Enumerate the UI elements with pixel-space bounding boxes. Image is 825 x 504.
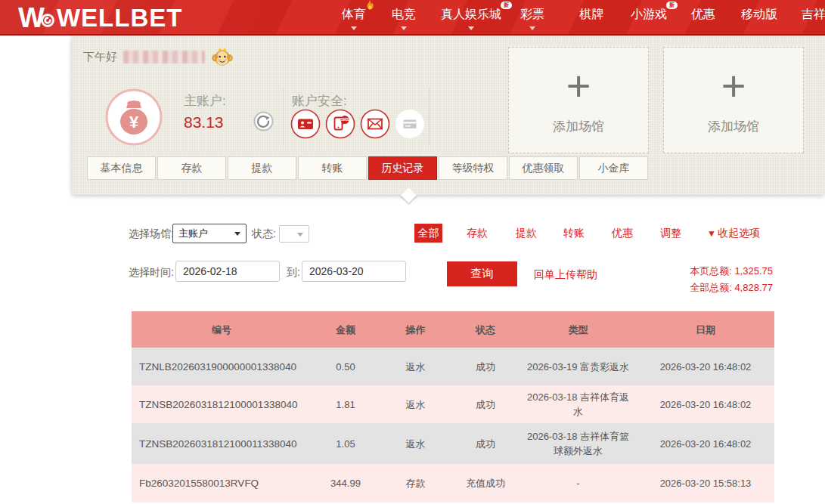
chevron-down-icon bbox=[401, 26, 407, 30]
chevron-down-icon bbox=[529, 26, 535, 30]
account-panel: 下午好 ¥ 主账户: 83.13 bbox=[72, 36, 825, 195]
cell-status: 成功 bbox=[451, 360, 520, 374]
cell-operation: 返水 bbox=[380, 437, 451, 451]
cell-id: TZNLB2026031900000001338040 bbox=[132, 360, 312, 374]
nav-item-jixiang[interactable]: 吉祥 bbox=[802, 7, 825, 23]
cell-status: 充值成功 bbox=[451, 476, 520, 490]
logo-spiral-icon bbox=[40, 13, 55, 28]
date-from-input[interactable] bbox=[175, 261, 280, 282]
yuan-symbol: ¥ bbox=[129, 113, 139, 131]
triangle-down-icon: ▼ bbox=[707, 228, 716, 239]
nav-item-label: 电竞 bbox=[392, 8, 416, 20]
col-header-amount: 金额 bbox=[312, 323, 380, 337]
cell-status: 成功 bbox=[451, 397, 520, 412]
cell-operation: 返水 bbox=[380, 360, 451, 374]
col-header-type: 类型 bbox=[520, 323, 637, 337]
flame-icon bbox=[363, 0, 375, 16]
monkey-avatar bbox=[211, 45, 234, 68]
col-header-date: 日期 bbox=[637, 323, 774, 337]
divider bbox=[283, 88, 284, 145]
cell-amount: 0.50 bbox=[312, 360, 380, 374]
add-venue-card[interactable]: + 添加场馆 bbox=[508, 47, 649, 153]
venue-select-label: 选择场馆: bbox=[129, 227, 174, 241]
cell-amount: 1.05 bbox=[312, 437, 380, 451]
filter-type-withdraw[interactable]: 提款 bbox=[516, 227, 537, 240]
top-navbar: W WELLBET 体育 电竞 新 真人娱乐城 bbox=[0, 0, 825, 36]
status-select[interactable] bbox=[279, 225, 309, 243]
nav-item-label: 小游戏 bbox=[631, 8, 667, 20]
query-button[interactable]: 查询 bbox=[447, 261, 517, 286]
nav-item-mobile[interactable]: 移动版 bbox=[741, 7, 777, 23]
tab-transfer[interactable]: 转账 bbox=[298, 156, 367, 180]
main-account-label: 主账户: bbox=[184, 92, 226, 110]
logo-text: WELLBET bbox=[57, 4, 182, 32]
plus-icon: + bbox=[721, 65, 746, 107]
table-row: TZNSB2026031812100001338040 1.81 返水 成功 2… bbox=[132, 385, 774, 423]
security-icons-row: SMS bbox=[290, 109, 425, 142]
cell-amount: 344.99 bbox=[312, 476, 380, 490]
cell-date: 2026-03-20 16:48:02 bbox=[637, 397, 774, 412]
id-card-icon[interactable] bbox=[290, 109, 321, 142]
sms-badge-text: SMS bbox=[341, 118, 349, 122]
username-redacted bbox=[123, 51, 205, 63]
nav-item-lottery[interactable]: 彩票 bbox=[520, 7, 544, 30]
receipt-upload-help-link[interactable]: 回单上传帮助 bbox=[534, 268, 597, 282]
filter-type-promo[interactable]: 优惠 bbox=[612, 227, 633, 240]
nav-item-mini-games[interactable]: 新 小游戏 bbox=[631, 7, 667, 23]
refresh-balance-button[interactable] bbox=[253, 111, 274, 135]
chevron-down-icon bbox=[351, 26, 357, 30]
filter-type-adjust[interactable]: 调整 bbox=[660, 227, 681, 240]
cell-status: 成功 bbox=[451, 437, 520, 451]
add-venue-card[interactable]: + 添加场馆 bbox=[663, 47, 804, 153]
collapse-options-label: 收起选项 bbox=[718, 227, 760, 239]
cell-type: 2026-03-19 富贵彩返水 bbox=[520, 360, 637, 374]
nav-item-board-games[interactable]: 棋牌 bbox=[579, 7, 603, 23]
cell-date: 2026-03-20 15:58:13 bbox=[637, 476, 774, 490]
mail-icon[interactable] bbox=[360, 109, 390, 142]
filter-type-transfer[interactable]: 转账 bbox=[563, 227, 585, 240]
account-balance: 83.13 bbox=[184, 113, 224, 131]
account-security-label: 账户安全: bbox=[292, 92, 347, 110]
cell-id: TZNSB2026031812100001338040 bbox=[132, 397, 312, 412]
cell-type: - bbox=[520, 476, 637, 490]
col-header-status: 状态 bbox=[451, 323, 520, 337]
nav-item-label: 彩票 bbox=[520, 8, 544, 20]
tab-promo-claim[interactable]: 优惠领取 bbox=[509, 156, 578, 180]
wellbet-logo[interactable]: W WELLBET bbox=[18, 2, 182, 34]
nav-item-label: 移动版 bbox=[741, 8, 777, 20]
collapse-options-link[interactable]: ▼收起选项 bbox=[707, 227, 760, 240]
nav-item-live-casino[interactable]: 新 真人娱乐城 bbox=[441, 7, 501, 30]
money-bag-icon: ¥ bbox=[104, 88, 163, 150]
history-table: 编号 金额 操作 状态 类型 日期 TZNLB20260319000000013… bbox=[132, 311, 774, 502]
tab-vip-level[interactable]: 等级特权 bbox=[439, 156, 507, 180]
tab-deposit[interactable]: 存款 bbox=[157, 156, 226, 180]
cell-date: 2026-03-20 16:48:02 bbox=[637, 437, 774, 451]
nav-item-esports[interactable]: 电竞 bbox=[392, 7, 416, 30]
nav-item-sports[interactable]: 体育 bbox=[342, 7, 366, 30]
tab-vault[interactable]: 小金库 bbox=[579, 156, 648, 180]
filter-type-deposit[interactable]: 存款 bbox=[467, 227, 488, 240]
time-range-label: 选择时间: bbox=[129, 266, 174, 280]
cell-id: Fb26032015580013RVFQ bbox=[132, 476, 312, 490]
cell-operation: 存款 bbox=[380, 476, 451, 490]
tab-basic-info[interactable]: 基本信息 bbox=[87, 156, 156, 180]
date-to-input[interactable] bbox=[302, 261, 406, 282]
tab-withdraw[interactable]: 提款 bbox=[228, 156, 296, 180]
chevron-down-icon bbox=[468, 26, 474, 30]
nav-item-promotions[interactable]: 优惠 bbox=[691, 7, 715, 23]
filter-type-all[interactable]: 全部 bbox=[414, 224, 442, 243]
new-badge: 新 bbox=[501, 2, 512, 9]
cell-date: 2026-03-20 16:48:02 bbox=[637, 360, 774, 374]
nav-item-label: 真人娱乐城 bbox=[441, 8, 501, 20]
greeting-row: 下午好 bbox=[83, 45, 234, 68]
cell-amount: 1.81 bbox=[312, 397, 380, 412]
venue-select[interactable]: 主账户 bbox=[172, 224, 247, 243]
cell-type: 2026-03-18 吉祥体育篮球额外返水 bbox=[520, 429, 637, 458]
grand-total: 全部总额: 4,828.77 bbox=[650, 280, 773, 296]
divider bbox=[429, 88, 430, 145]
bank-card-icon[interactable] bbox=[395, 109, 425, 142]
plus-icon: + bbox=[566, 65, 591, 107]
phone-sms-icon[interactable]: SMS bbox=[325, 109, 355, 142]
logo-monogram-icon: W bbox=[18, 2, 55, 34]
tab-history[interactable]: 历史记录 bbox=[368, 156, 437, 180]
